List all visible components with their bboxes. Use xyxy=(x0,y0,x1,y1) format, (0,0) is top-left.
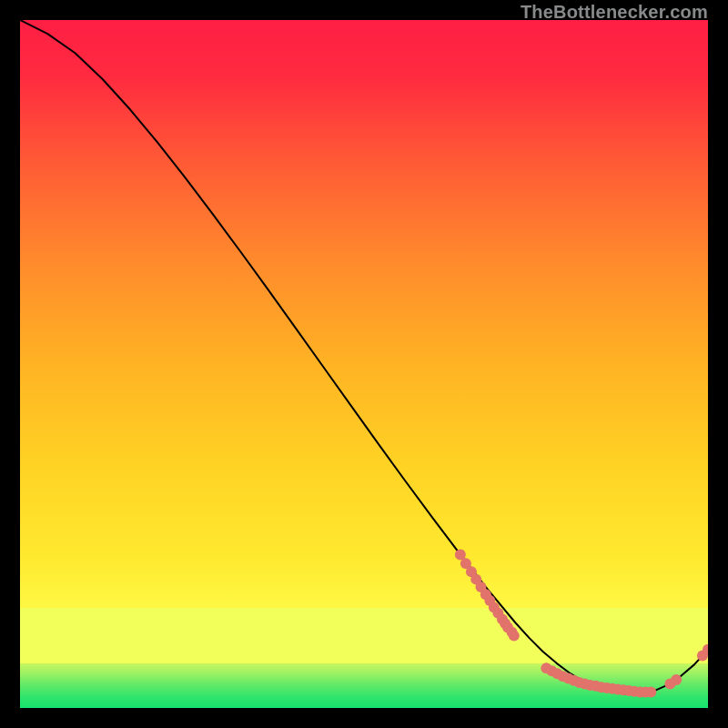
bottleneck-chart xyxy=(20,20,708,708)
data-point xyxy=(671,674,682,685)
data-point xyxy=(645,687,656,698)
chart-background xyxy=(20,20,708,708)
data-point xyxy=(509,631,520,642)
chart-stage: TheBottlenecker.com xyxy=(0,0,728,728)
